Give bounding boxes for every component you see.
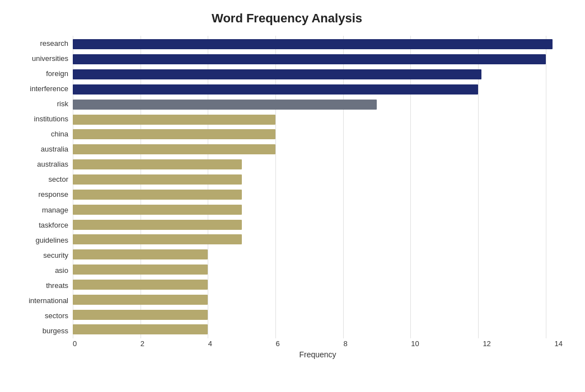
- y-axis-label: taskforce: [39, 218, 68, 233]
- bar-australia: [73, 144, 275, 154]
- y-axis-label: risk: [57, 96, 68, 111]
- y-axis-label: threats: [46, 278, 68, 293]
- y-axis-label: manage: [42, 202, 68, 218]
- bar-burgess: [73, 324, 208, 334]
- bar-row: [73, 37, 563, 52]
- bar-foreign: [73, 69, 481, 79]
- bars-list: [73, 36, 563, 338]
- bar-row: [73, 277, 563, 292]
- bar-row: [73, 202, 563, 217]
- y-axis-label: sectors: [45, 308, 68, 323]
- y-axis-label: sector: [49, 172, 68, 187]
- x-tick-label: 14: [554, 339, 562, 348]
- y-axis-label: international: [29, 293, 68, 308]
- bar-asio: [73, 265, 208, 275]
- chart-container: Word Frequency Analysis researchuniversi…: [0, 0, 585, 392]
- x-tick-label: 2: [141, 339, 144, 348]
- bottom-section: 02468101214 Frequency: [11, 339, 563, 359]
- x-tick-label: 8: [343, 339, 347, 348]
- bar-taskforce: [73, 220, 242, 230]
- bar-manage: [73, 205, 242, 215]
- x-tick-label: 4: [208, 339, 212, 348]
- bar-institutions: [73, 115, 275, 125]
- y-axis-label: institutions: [34, 111, 68, 126]
- bar-row: [73, 142, 563, 157]
- x-tick-label: 0: [73, 339, 77, 348]
- bar-row: [73, 112, 563, 127]
- bar-row: [73, 157, 563, 172]
- bar-international: [73, 295, 208, 305]
- y-axis-label: australias: [37, 157, 68, 172]
- bar-row: [73, 187, 563, 202]
- bar-row: [73, 97, 563, 112]
- y-axis-label: interference: [30, 81, 68, 96]
- y-axis-label: guidelines: [35, 233, 68, 248]
- grid-and-bars: [73, 36, 563, 338]
- bar-row: [73, 247, 563, 262]
- bar-response: [73, 190, 242, 200]
- y-axis-label: research: [40, 36, 68, 51]
- bar-row: [73, 217, 563, 232]
- y-axis-label: security: [43, 248, 68, 263]
- bar-guidelines: [73, 234, 242, 244]
- bar-row: [73, 322, 563, 337]
- y-axis: researchuniversitiesforeigninterferencer…: [11, 36, 73, 338]
- y-axis-label: response: [39, 187, 68, 202]
- x-tick-label: 10: [411, 339, 419, 348]
- bar-china: [73, 129, 275, 139]
- bar-threats: [73, 280, 208, 290]
- bar-sectors: [73, 310, 208, 320]
- bar-row: [73, 292, 563, 307]
- bar-interference: [73, 84, 478, 95]
- y-axis-label: asio: [55, 263, 68, 278]
- x-axis-title: Frequency: [73, 350, 563, 359]
- y-axis-label: burgess: [43, 323, 68, 338]
- bars-area: [73, 36, 563, 338]
- y-axis-label: china: [51, 126, 68, 141]
- bar-row: [73, 82, 563, 97]
- bar-australias: [73, 159, 242, 169]
- chart-area: researchuniversitiesforeigninterferencer…: [11, 36, 563, 338]
- bar-universities: [73, 54, 546, 64]
- x-labels-row: 02468101214: [73, 339, 563, 348]
- bar-row: [73, 127, 563, 142]
- bar-sector: [73, 174, 242, 185]
- y-axis-label: foreign: [46, 66, 68, 81]
- bar-research: [73, 39, 553, 49]
- y-axis-label: universities: [32, 51, 68, 66]
- x-tick-label: 12: [483, 339, 490, 348]
- bar-row: [73, 262, 563, 277]
- y-axis-label: australia: [41, 141, 68, 157]
- bar-row: [73, 232, 563, 247]
- bar-risk: [73, 100, 377, 110]
- x-tick-label: 6: [276, 339, 280, 348]
- bar-row: [73, 307, 563, 322]
- bar-row: [73, 52, 563, 67]
- bar-security: [73, 249, 208, 259]
- chart-title: Word Frequency Analysis: [11, 11, 563, 26]
- bar-row: [73, 172, 563, 187]
- bar-row: [73, 67, 563, 82]
